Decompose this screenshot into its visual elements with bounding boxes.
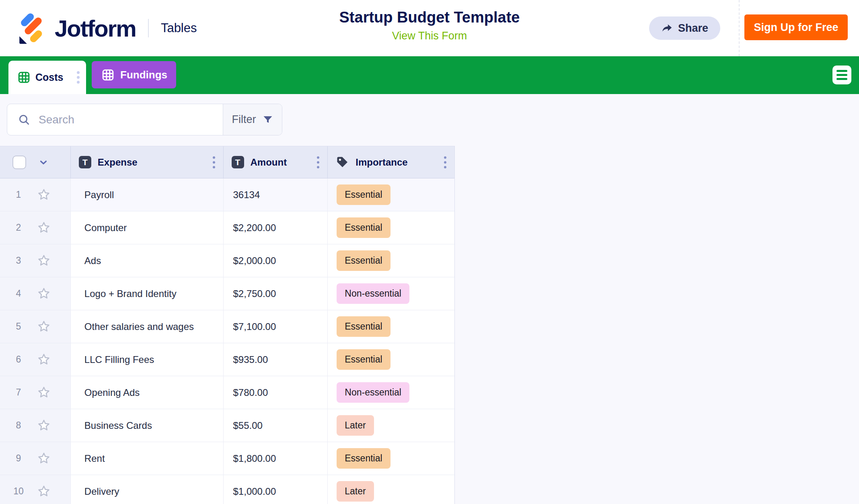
share-icon xyxy=(661,22,673,34)
row-select-cell: 9 xyxy=(0,442,71,475)
column-header-amount[interactable]: T Amount xyxy=(224,146,328,178)
hamburger-icon xyxy=(836,70,847,72)
table-row[interactable]: 10 Delivery $1,000.00 Later xyxy=(0,475,454,504)
importance-cell[interactable]: Essential xyxy=(328,211,454,244)
data-table: T Expense T Amount Importance 1 xyxy=(0,146,455,504)
brand-divider xyxy=(148,19,149,37)
amount-cell[interactable]: $2,750.00 xyxy=(224,277,328,310)
table-row[interactable]: 1 Payroll 36134 Essential xyxy=(0,178,454,211)
tab-fundings[interactable]: Fundings xyxy=(92,61,176,88)
row-number: 7 xyxy=(11,387,26,398)
expense-cell[interactable]: LLC Filling Fees xyxy=(71,343,224,376)
header-divider xyxy=(739,0,740,56)
amount-cell[interactable]: $780.00 xyxy=(224,376,328,409)
star-icon[interactable] xyxy=(36,220,51,236)
column-header-importance[interactable]: Importance xyxy=(328,146,454,178)
row-number: 1 xyxy=(11,189,26,200)
star-icon[interactable] xyxy=(36,385,51,400)
star-icon[interactable] xyxy=(36,352,51,367)
row-select-cell: 10 xyxy=(0,475,71,504)
sheet-menu-button[interactable] xyxy=(832,66,851,84)
text-field-icon: T xyxy=(232,156,244,168)
amount-cell[interactable]: $1,800.00 xyxy=(224,442,328,475)
amount-cell[interactable]: 36134 xyxy=(224,178,328,211)
select-all-checkbox[interactable] xyxy=(12,156,26,169)
expense-cell[interactable]: Computer xyxy=(71,211,224,244)
importance-badge: Essential xyxy=(337,217,390,238)
star-icon[interactable] xyxy=(36,286,51,301)
chevron-down-icon[interactable] xyxy=(38,157,49,168)
table-row[interactable]: 4 Logo + Brand Identity $2,750.00 Non-es… xyxy=(0,277,454,310)
amount-cell[interactable]: $2,200.00 xyxy=(224,211,328,244)
importance-cell[interactable]: Non-essential xyxy=(328,277,454,310)
row-select-cell: 1 xyxy=(0,178,71,211)
filter-icon xyxy=(262,114,273,125)
view-form-link[interactable]: View This Form xyxy=(392,30,467,42)
expense-cell[interactable]: Delivery xyxy=(71,475,224,504)
table-row[interactable]: 6 LLC Filling Fees $935.00 Essential xyxy=(0,343,454,376)
tab-kebab-icon[interactable] xyxy=(77,71,80,84)
star-icon[interactable] xyxy=(36,253,51,268)
amount-cell[interactable]: $935.00 xyxy=(224,343,328,376)
star-icon[interactable] xyxy=(36,484,51,499)
table-row[interactable]: 7 Opening Ads $780.00 Non-essential xyxy=(0,376,454,409)
importance-cell[interactable]: Later xyxy=(328,475,454,504)
app-header: Jotform Tables Startup Budget Template V… xyxy=(0,0,859,56)
importance-badge: Essential xyxy=(337,448,390,469)
search-box: Filter xyxy=(7,104,282,135)
expense-cell[interactable]: Rent xyxy=(71,442,224,475)
expense-cell[interactable]: Logo + Brand Identity xyxy=(71,277,224,310)
signup-button[interactable]: Sign Up for Free xyxy=(744,14,848,40)
expense-cell[interactable]: Other salaries and wages xyxy=(71,310,224,343)
table-row[interactable]: 8 Business Cards $55.00 Later xyxy=(0,409,454,442)
table-grid-icon xyxy=(102,69,114,81)
sheet-tabbar: Costs Fundings xyxy=(0,56,859,94)
column-kebab-icon[interactable] xyxy=(317,156,319,168)
row-number: 6 xyxy=(11,354,26,365)
brand-wordmark[interactable]: Jotform xyxy=(55,15,136,42)
row-number: 4 xyxy=(11,288,26,299)
importance-cell[interactable]: Essential xyxy=(328,244,454,277)
filter-button[interactable]: Filter xyxy=(223,104,282,135)
importance-cell[interactable]: Non-essential xyxy=(328,376,454,409)
tab-costs-label: Costs xyxy=(35,72,63,83)
search-input[interactable] xyxy=(39,113,223,126)
column-header-expense[interactable]: T Expense xyxy=(71,146,224,178)
importance-cell[interactable]: Essential xyxy=(328,442,454,475)
expense-cell[interactable]: Payroll xyxy=(71,178,224,211)
table-row[interactable]: 2 Computer $2,200.00 Essential xyxy=(0,211,454,244)
column-kebab-icon[interactable] xyxy=(213,156,215,168)
importance-cell[interactable]: Essential xyxy=(328,178,454,211)
expense-cell[interactable]: Ads xyxy=(71,244,224,277)
table-row[interactable]: 3 Ads $2,000.00 Essential xyxy=(0,244,454,277)
jotform-logo-icon[interactable] xyxy=(17,12,48,44)
amount-cell[interactable]: $7,100.00 xyxy=(224,310,328,343)
row-select-cell: 5 xyxy=(0,310,71,343)
amount-cell[interactable]: $55.00 xyxy=(224,409,328,442)
star-icon[interactable] xyxy=(36,187,51,203)
search-icon xyxy=(18,113,31,126)
row-number: 5 xyxy=(11,321,26,332)
importance-badge: Non-essential xyxy=(337,283,409,304)
amount-cell[interactable]: $1,000.00 xyxy=(224,475,328,504)
expense-cell[interactable]: Business Cards xyxy=(71,409,224,442)
toolbar: Filter xyxy=(7,104,282,135)
table-row[interactable]: 9 Rent $1,800.00 Essential xyxy=(0,442,454,475)
importance-cell[interactable]: Later xyxy=(328,409,454,442)
star-icon[interactable] xyxy=(36,418,51,433)
page-title: Startup Budget Template xyxy=(249,9,610,26)
importance-badge: Essential xyxy=(337,316,390,337)
column-kebab-icon[interactable] xyxy=(444,156,446,168)
amount-cell[interactable]: $2,000.00 xyxy=(224,244,328,277)
importance-cell[interactable]: Essential xyxy=(328,310,454,343)
star-icon[interactable] xyxy=(36,451,51,466)
share-button[interactable]: Share xyxy=(649,16,720,40)
star-icon[interactable] xyxy=(36,319,51,334)
select-all-header xyxy=(0,146,71,178)
importance-badge: Non-essential xyxy=(337,382,409,403)
importance-cell[interactable]: Essential xyxy=(328,343,454,376)
expense-cell[interactable]: Opening Ads xyxy=(71,376,224,409)
table-row[interactable]: 5 Other salaries and wages $7,100.00 Ess… xyxy=(0,310,454,343)
share-label: Share xyxy=(678,22,708,35)
tab-costs[interactable]: Costs xyxy=(8,61,86,94)
